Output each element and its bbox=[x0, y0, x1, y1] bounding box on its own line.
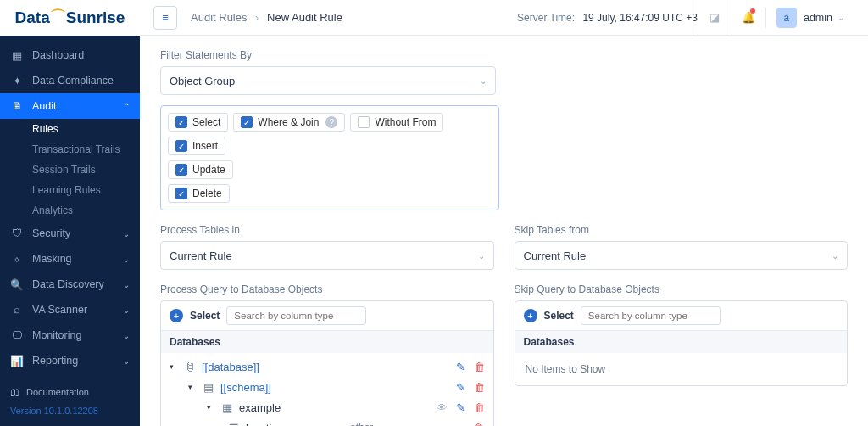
server-time: Server Time: 19 July, 16:47:09 UTC +3 bbox=[517, 12, 698, 24]
nav-data-discovery[interactable]: 🔍 Data Discovery ⌄ bbox=[0, 272, 140, 297]
nav-reporting[interactable]: 📊 Reporting ⌄ bbox=[0, 348, 140, 373]
sub-learning-rules[interactable]: Learning Rules bbox=[31, 180, 140, 200]
tree-row-table[interactable]: ▾ ▦ example 👁 ✎ 🗑 bbox=[161, 397, 493, 418]
column-icon: ☰ bbox=[227, 421, 241, 426]
user-name: admin bbox=[804, 12, 832, 24]
tree-row-col[interactable]: ☰ location other 🗑 bbox=[161, 418, 493, 426]
stmt-update[interactable]: ✓ Update bbox=[168, 160, 233, 179]
edit-icon[interactable]: ✎ bbox=[456, 361, 465, 373]
shield-icon: 🛡 bbox=[10, 227, 24, 240]
help-icon[interactable]: ? bbox=[326, 116, 337, 128]
skip-query-search-input[interactable] bbox=[581, 306, 721, 325]
topbar: ≡ Audit Rules › New Audit Rule Server Ti… bbox=[140, 0, 868, 36]
chevron-down-icon: ⌄ bbox=[123, 229, 130, 238]
nav-va-scanner[interactable]: ⌕ VA Scanner ⌄ bbox=[0, 297, 140, 322]
chevron-down-icon: ⌄ bbox=[832, 251, 838, 261]
tree-label: [[schema]] bbox=[220, 381, 271, 394]
stmt-select[interactable]: ✓ Select bbox=[168, 113, 228, 132]
stmt-where-join[interactable]: ✓ Where & Join ? bbox=[233, 113, 345, 132]
clipboard-button[interactable]: ◪ bbox=[698, 0, 732, 36]
edit-icon[interactable]: ✎ bbox=[456, 401, 465, 414]
chevron-up-icon: ⌃ bbox=[123, 102, 130, 111]
compliance-icon: ✦ bbox=[10, 74, 24, 87]
nav-dashboard[interactable]: ▦ Dashboard bbox=[0, 42, 140, 68]
breadcrumb-root[interactable]: Audit Rules bbox=[191, 11, 247, 24]
chevron-down-icon: ⌄ bbox=[480, 76, 487, 86]
nav-documentation[interactable]: 🕮 Documentation bbox=[10, 387, 130, 397]
delete-icon[interactable]: 🗑 bbox=[473, 422, 484, 427]
server-time-value: 19 July, 16:47:09 UTC +3 bbox=[582, 12, 698, 24]
sub-transactional-trails[interactable]: Transactional Trails bbox=[31, 139, 140, 160]
notification-dot-icon bbox=[750, 8, 755, 14]
user-menu[interactable]: a admin ⌄ bbox=[765, 8, 854, 28]
breadcrumb-sep-icon: › bbox=[255, 11, 259, 24]
select-label: Select bbox=[190, 310, 220, 322]
stmt-delete[interactable]: ✓ Delete bbox=[168, 184, 230, 203]
audit-icon: 🗎 bbox=[10, 99, 24, 113]
checkbox-checked-icon: ✓ bbox=[175, 140, 187, 152]
stmt-without-from[interactable]: Without From bbox=[350, 113, 443, 132]
skip-tables-select[interactable]: Current Rule ⌄ bbox=[515, 241, 849, 270]
nav-monitoring[interactable]: 🖵 Monitoring ⌄ bbox=[0, 322, 140, 348]
nav-label: Audit bbox=[32, 100, 57, 112]
tree-label: [[database]] bbox=[202, 361, 259, 373]
add-button[interactable]: + bbox=[170, 309, 183, 322]
nav-label: Monitoring bbox=[32, 329, 81, 341]
filter-select[interactable]: Object Group ⌄ bbox=[160, 66, 496, 95]
chevron-down-icon: ⌄ bbox=[123, 356, 130, 366]
stmt-insert[interactable]: ✓ Insert bbox=[168, 137, 225, 155]
add-button[interactable]: + bbox=[524, 309, 537, 322]
tree-row-schema[interactable]: ▾ ▤ [[schema]] ✎ 🗑 bbox=[161, 377, 493, 397]
checkbox-checked-icon: ✓ bbox=[175, 188, 187, 199]
schema-icon: ▤ bbox=[202, 380, 215, 394]
scanner-icon: ⌕ bbox=[10, 303, 24, 317]
edit-icon[interactable]: ✎ bbox=[456, 381, 465, 394]
process-query-search-input[interactable] bbox=[226, 306, 366, 325]
delete-icon[interactable]: 🗑 bbox=[474, 361, 485, 373]
nav-masking[interactable]: ⬨ Masking ⌄ bbox=[0, 246, 140, 272]
filter-selected: Object Group bbox=[170, 75, 235, 87]
chevron-down-icon: ⌄ bbox=[837, 13, 844, 22]
eye-icon[interactable]: 👁 bbox=[437, 401, 448, 414]
chip-label: Select bbox=[192, 116, 220, 128]
table-icon: ▦ bbox=[220, 401, 234, 414]
logo-arc-icon: ⌒ bbox=[50, 6, 66, 28]
sidebar-nav: ▦ Dashboard ✦ Data Compliance 🗎 Audit ⌃ … bbox=[0, 36, 140, 377]
sidebar: Data⌒Sunrise ▦ Dashboard ✦ Data Complian… bbox=[0, 0, 140, 426]
sub-session-trails[interactable]: Session Trails bbox=[31, 160, 140, 180]
chip-label: Delete bbox=[192, 188, 222, 199]
nav-label: Data Compliance bbox=[32, 75, 114, 87]
process-tree: ▾ 🛢 [[database]] ✎ 🗑 ▾ ▤ bbox=[161, 353, 493, 426]
checkbox-checked-icon: ✓ bbox=[175, 116, 187, 128]
chip-label: Without From bbox=[375, 116, 436, 128]
nav-label: VA Scanner bbox=[32, 304, 87, 316]
process-tables-select[interactable]: Current Rule ⌄ bbox=[160, 241, 494, 270]
nav-audit[interactable]: 🗎 Audit ⌃ bbox=[0, 93, 140, 119]
sub-analytics[interactable]: Analytics bbox=[31, 200, 140, 221]
notifications-button[interactable]: 🔔 bbox=[732, 0, 765, 36]
delete-icon[interactable]: 🗑 bbox=[474, 401, 485, 414]
nav-data-compliance[interactable]: ✦ Data Compliance bbox=[0, 68, 140, 93]
clipboard-icon: ◪ bbox=[709, 11, 720, 24]
chip-label: Update bbox=[192, 164, 225, 176]
db-header: Databases bbox=[515, 331, 848, 353]
chevron-down-icon: ▾ bbox=[188, 383, 197, 391]
nav-security[interactable]: 🛡 Security ⌄ bbox=[0, 221, 140, 246]
sub-rules[interactable]: Rules bbox=[31, 119, 140, 139]
process-query-panel: + Select Databases ▾ 🛢 [[database]] bbox=[160, 300, 494, 426]
chip-label: Where & Join bbox=[258, 116, 319, 128]
statements-box: ✓ Select ✓ Where & Join ? Without From bbox=[160, 105, 499, 210]
checkbox-empty-icon bbox=[358, 116, 370, 128]
tree-label: example bbox=[239, 401, 281, 414]
nav-audit-sub: Rules Transactional Trails Session Trail… bbox=[0, 119, 140, 221]
delete-icon[interactable]: 🗑 bbox=[474, 381, 485, 394]
server-time-label: Server Time: bbox=[517, 12, 575, 24]
sidebar-toggle-button[interactable]: ≡ bbox=[153, 6, 177, 30]
db-header: Databases bbox=[161, 331, 493, 353]
logo-right: Sunrise bbox=[66, 8, 125, 27]
nav-resource-manager[interactable]: ⚙ Resource Manager ⌄ bbox=[0, 373, 140, 377]
breadcrumb-current: New Audit Rule bbox=[267, 11, 342, 24]
select-label: Select bbox=[544, 310, 574, 322]
tree-row-db[interactable]: ▾ 🛢 [[database]] ✎ 🗑 bbox=[161, 356, 493, 377]
version-text: Version 10.1.0.12208 bbox=[10, 406, 130, 416]
